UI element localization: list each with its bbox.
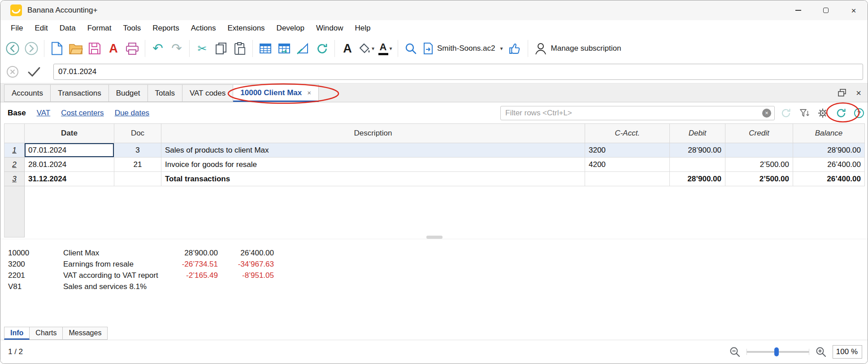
menu-help[interactable]: Help <box>349 22 376 35</box>
column-header-balance[interactable]: Balance <box>793 123 865 143</box>
pdf-export-button[interactable]: A <box>104 38 123 59</box>
print-button[interactable] <box>123 38 142 59</box>
design-tool-button[interactable] <box>294 38 312 59</box>
open-file-button[interactable] <box>66 38 85 59</box>
close-tab-group-icon[interactable]: × <box>856 88 861 97</box>
tab-close-icon[interactable]: × <box>307 89 311 96</box>
cell-cacct[interactable] <box>585 172 670 186</box>
view-base[interactable]: Base <box>8 109 26 118</box>
column-header-date[interactable]: Date <box>25 123 114 143</box>
column-header-debit[interactable]: Debit <box>670 123 725 143</box>
cell-credit[interactable]: 2’500.00 <box>725 158 793 172</box>
zoom-slider-handle[interactable] <box>774 347 779 356</box>
cell-balance[interactable]: 26’400.00 <box>793 158 865 172</box>
cell-balance[interactable]: 26’400.00 <box>793 172 865 186</box>
refresh-table-icon[interactable] <box>836 108 846 118</box>
column-header-description[interactable]: Description <box>161 123 585 143</box>
column-header-cacct[interactable]: C-Acct. <box>585 123 670 143</box>
splitter-handle[interactable] <box>426 236 443 239</box>
formula-input[interactable] <box>53 64 863 80</box>
feedback-button[interactable] <box>506 38 525 59</box>
float-window-icon[interactable] <box>837 88 847 98</box>
search-button[interactable] <box>401 38 420 59</box>
cut-button[interactable]: ✂ <box>193 38 212 59</box>
menu-format[interactable]: Format <box>82 22 117 35</box>
file-switcher[interactable]: Smith-Soons.ac2 ▾ <box>420 38 505 59</box>
cell-cacct[interactable]: 4200 <box>585 158 670 172</box>
tab-charts[interactable]: Charts <box>30 327 63 340</box>
menu-window[interactable]: Window <box>310 22 349 35</box>
sort-rows-icon[interactable] <box>799 108 810 118</box>
select-all-corner[interactable] <box>4 123 25 143</box>
tab-vat-codes[interactable]: VAT codes <box>182 84 233 102</box>
cell-description[interactable]: Invoice for goods for resale <box>161 158 585 172</box>
menu-data[interactable]: Data <box>54 22 82 35</box>
menu-edit[interactable]: Edit <box>29 22 53 35</box>
maximize-button[interactable] <box>812 0 840 20</box>
menu-reports[interactable]: Reports <box>147 22 185 35</box>
cell-description[interactable]: Sales of products to client Max <box>161 143 585 158</box>
tab-messages[interactable]: Messages <box>63 327 108 340</box>
cancel-edit-button[interactable] <box>6 65 19 79</box>
font-color-button[interactable]: A ▾ <box>376 38 395 59</box>
extract-rows-button[interactable] <box>275 38 294 59</box>
menu-actions[interactable]: Actions <box>185 22 222 35</box>
menu-develop[interactable]: Develop <box>271 22 310 35</box>
minimize-button[interactable] <box>784 0 812 20</box>
menu-tools[interactable]: Tools <box>117 22 147 35</box>
column-header-doc[interactable]: Doc <box>114 123 161 143</box>
redo-button[interactable]: ↷ <box>167 38 186 59</box>
tab-transactions[interactable]: Transactions <box>51 84 109 102</box>
view-vat[interactable]: VAT <box>37 109 51 118</box>
column-header-credit[interactable]: Credit <box>725 123 793 143</box>
zoom-in-icon[interactable] <box>815 346 827 358</box>
copy-button[interactable] <box>212 38 230 59</box>
help-icon[interactable]: ? <box>854 108 864 118</box>
cell-doc[interactable]: 3 <box>114 143 161 158</box>
zoom-slider[interactable] <box>746 347 809 357</box>
font-button[interactable]: A <box>338 38 357 59</box>
accept-edit-button[interactable] <box>27 66 41 77</box>
cell-debit[interactable] <box>670 158 725 172</box>
new-file-button[interactable] <box>48 38 66 59</box>
back-button[interactable] <box>3 38 22 59</box>
insert-rows-button[interactable] <box>256 38 275 59</box>
zoom-out-icon[interactable] <box>729 346 741 358</box>
menu-extensions[interactable]: Extensions <box>221 22 270 35</box>
view-cost-centers[interactable]: Cost centers <box>61 109 104 118</box>
cell-date[interactable]: 28.01.2024 <box>25 158 114 172</box>
forward-button[interactable] <box>22 38 41 59</box>
tab-accounts[interactable]: Accounts <box>4 84 51 102</box>
tab-account-card-active[interactable]: 10000 Client Max × <box>233 84 319 102</box>
cell-date[interactable]: 31.12.2024 <box>25 172 114 186</box>
cell-doc[interactable]: 21 <box>114 158 161 172</box>
undo-button[interactable]: ↶ <box>148 38 167 59</box>
recalculate-button[interactable] <box>312 38 331 59</box>
cell-balance[interactable]: 28’900.00 <box>793 143 865 158</box>
tab-budget[interactable]: Budget <box>109 84 148 102</box>
zoom-level-value[interactable]: 100 % <box>833 345 862 359</box>
cell-debit[interactable]: 28’900.00 <box>670 172 725 186</box>
gear-icon[interactable] <box>817 108 828 118</box>
cell-date-selected[interactable]: 07.01.2024 <box>25 143 114 158</box>
save-button[interactable] <box>85 38 104 59</box>
close-button[interactable]: × <box>840 0 868 20</box>
view-due-dates[interactable]: Due dates <box>115 109 150 118</box>
paste-button[interactable] <box>230 38 249 59</box>
row-number[interactable]: 1 <box>4 143 25 158</box>
row-number[interactable]: 2 <box>4 158 25 172</box>
tab-info[interactable]: Info <box>4 327 30 340</box>
refresh-filter-icon-disabled[interactable] <box>781 108 791 118</box>
row-number[interactable]: 3 <box>4 172 25 186</box>
fill-color-button[interactable]: ▾ <box>357 38 376 59</box>
cell-debit[interactable]: 28’900.00 <box>670 143 725 158</box>
filter-rows-input[interactable] <box>500 106 775 120</box>
cell-cacct[interactable]: 3200 <box>585 143 670 158</box>
cell-credit[interactable]: 2’500.00 <box>725 172 793 186</box>
cell-credit[interactable] <box>725 143 793 158</box>
cell-description[interactable]: Total transactions <box>161 172 585 186</box>
tab-totals[interactable]: Totals <box>148 84 182 102</box>
menu-file[interactable]: File <box>5 22 29 35</box>
cell-doc[interactable] <box>114 172 161 186</box>
manage-subscription-button[interactable]: Manage subscription <box>531 38 625 59</box>
